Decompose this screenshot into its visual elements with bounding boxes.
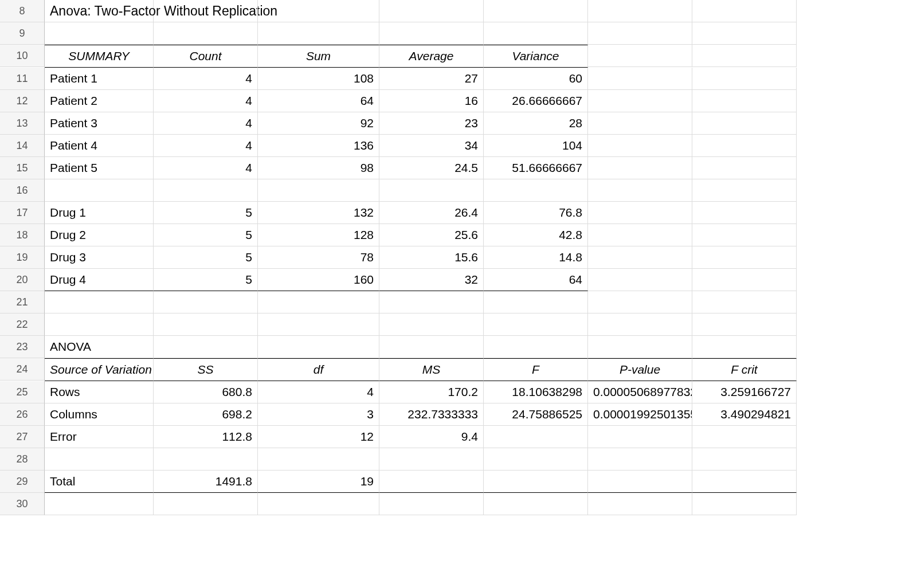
cell[interactable] (45, 313, 154, 336)
cell[interactable] (588, 135, 692, 157)
summary-cell[interactable]: 28 (484, 112, 588, 135)
cell[interactable] (379, 313, 484, 336)
summary-cell[interactable]: 34 (379, 135, 484, 157)
summary-cell[interactable]: 64 (484, 269, 588, 291)
cell[interactable] (154, 291, 258, 313)
cell[interactable] (588, 224, 692, 246)
row-header[interactable]: 27 (0, 426, 45, 448)
cell[interactable] (588, 68, 692, 90)
summary-cell[interactable]: 136 (258, 135, 379, 157)
cell[interactable] (484, 0, 588, 22)
row-header[interactable]: 23 (0, 336, 45, 358)
summary-cell[interactable]: 132 (258, 202, 379, 224)
cell[interactable] (692, 22, 797, 45)
anova-source[interactable]: Columns (45, 403, 154, 426)
cell[interactable] (258, 291, 379, 313)
summary-row-label[interactable]: Patient 2 (45, 90, 154, 112)
row-header[interactable]: 13 (0, 112, 45, 135)
summary-cell[interactable]: 26.66666667 (484, 90, 588, 112)
summary-cell[interactable]: 5 (154, 202, 258, 224)
summary-cell[interactable]: 15.6 (379, 246, 484, 269)
summary-cell[interactable]: 4 (154, 112, 258, 135)
summary-cell[interactable]: 14.8 (484, 246, 588, 269)
anova-cell[interactable]: 3.490294821 (692, 403, 797, 426)
summary-row-label[interactable]: Patient 5 (45, 157, 154, 179)
row-header[interactable]: 24 (0, 358, 45, 381)
summary-cell[interactable]: 24.5 (379, 157, 484, 179)
cell[interactable] (379, 336, 484, 358)
summary-cell[interactable]: 5 (154, 246, 258, 269)
summary-cell[interactable]: 108 (258, 68, 379, 90)
summary-cell[interactable]: 23 (379, 112, 484, 135)
cell[interactable] (484, 22, 588, 45)
anova-cell[interactable]: 0.00001992501355 (588, 403, 692, 426)
cell[interactable] (588, 269, 692, 291)
cell[interactable] (154, 448, 258, 471)
anova-cell[interactable]: 19 (258, 471, 379, 493)
summary-cell[interactable]: 64 (258, 90, 379, 112)
cell[interactable] (588, 112, 692, 135)
cell[interactable] (588, 246, 692, 269)
summary-cell[interactable]: 104 (484, 135, 588, 157)
anova-header[interactable]: F (484, 358, 588, 381)
summary-cell[interactable]: 5 (154, 269, 258, 291)
cell[interactable] (379, 0, 484, 22)
cell[interactable] (588, 179, 692, 202)
summary-row-label[interactable]: Patient 1 (45, 68, 154, 90)
anova-cell[interactable]: 698.2 (154, 403, 258, 426)
cell[interactable] (154, 0, 258, 22)
cell[interactable] (484, 448, 588, 471)
spreadsheet-grid[interactable]: 8 Anova: Two-Factor Without Replication … (0, 0, 917, 515)
row-header[interactable]: 26 (0, 403, 45, 426)
summary-cell[interactable]: 76.8 (484, 202, 588, 224)
row-header[interactable]: 8 (0, 0, 45, 22)
row-header[interactable]: 17 (0, 202, 45, 224)
anova-cell[interactable]: 4 (258, 381, 379, 403)
row-header[interactable]: 15 (0, 157, 45, 179)
summary-cell[interactable]: 42.8 (484, 224, 588, 246)
cell[interactable] (258, 0, 379, 22)
cell[interactable] (588, 313, 692, 336)
row-header[interactable]: 9 (0, 22, 45, 45)
cell[interactable] (45, 291, 154, 313)
anova-cell[interactable]: 680.8 (154, 381, 258, 403)
cell[interactable] (692, 68, 797, 90)
summary-cell[interactable]: 98 (258, 157, 379, 179)
anova-cell[interactable]: 0.00005068977832 (588, 381, 692, 403)
anova-header[interactable]: P-value (588, 358, 692, 381)
cell[interactable] (45, 448, 154, 471)
summary-header[interactable]: Count (154, 45, 258, 68)
cell[interactable] (588, 291, 692, 313)
row-header[interactable]: 21 (0, 291, 45, 313)
summary-cell[interactable]: 25.6 (379, 224, 484, 246)
row-header[interactable]: 30 (0, 493, 45, 515)
cell[interactable] (692, 336, 797, 358)
anova-title[interactable]: Anova: Two-Factor Without Replication (45, 0, 154, 22)
anova-cell[interactable] (484, 426, 588, 448)
anova-header[interactable]: SS (154, 358, 258, 381)
summary-header[interactable]: SUMMARY (45, 45, 154, 68)
cell[interactable] (692, 313, 797, 336)
cell[interactable] (45, 493, 154, 515)
summary-cell[interactable]: 78 (258, 246, 379, 269)
summary-cell[interactable]: 4 (154, 135, 258, 157)
summary-cell[interactable]: 16 (379, 90, 484, 112)
cell[interactable] (258, 448, 379, 471)
row-header[interactable]: 22 (0, 313, 45, 336)
cell[interactable] (692, 90, 797, 112)
row-header[interactable]: 20 (0, 269, 45, 291)
anova-source[interactable]: Error (45, 426, 154, 448)
cell[interactable] (588, 90, 692, 112)
cell[interactable] (692, 179, 797, 202)
cell[interactable] (379, 22, 484, 45)
cell[interactable] (379, 179, 484, 202)
cell[interactable] (692, 157, 797, 179)
cell[interactable] (484, 179, 588, 202)
summary-cell[interactable]: 4 (154, 157, 258, 179)
summary-header[interactable]: Variance (484, 45, 588, 68)
anova-header[interactable]: Source of Variation (45, 358, 154, 381)
cell[interactable] (692, 471, 797, 493)
cell[interactable] (379, 471, 484, 493)
summary-row-label[interactable]: Patient 3 (45, 112, 154, 135)
anova-cell[interactable]: 12 (258, 426, 379, 448)
